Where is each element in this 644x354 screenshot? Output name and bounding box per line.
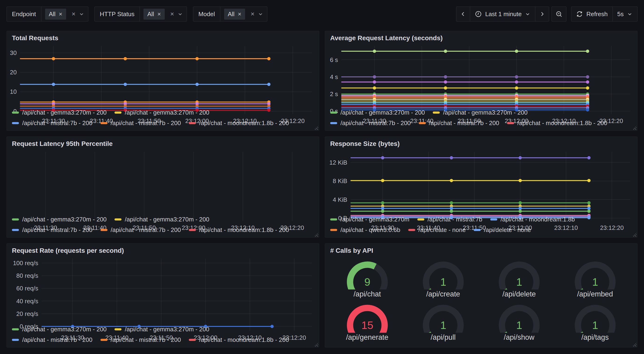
chevron-down-icon[interactable] xyxy=(177,11,183,17)
legend-series-label: /api/chat - mistral:7b - 200 xyxy=(340,120,411,127)
gauge-label: /api/generate xyxy=(346,333,388,341)
remove-tag-icon[interactable]: × xyxy=(157,11,161,17)
panel-title[interactable]: Response Size (bytes) xyxy=(325,137,637,148)
legend-series-swatch xyxy=(114,112,122,114)
gauge-label: /api/tags xyxy=(582,333,609,341)
remove-tag-icon[interactable]: × xyxy=(238,11,242,17)
filter-selected-tag[interactable]: All× xyxy=(224,9,245,20)
time-shift-forward-button[interactable] xyxy=(535,7,549,22)
legend-item[interactable]: /api/chat - mistral:7b - 200 xyxy=(100,120,181,127)
legend-item[interactable]: /api/chat - mistral:7b xyxy=(417,216,482,223)
legend-item[interactable]: /api/chat - mistral:7b - 200 xyxy=(12,226,92,234)
clear-filter-icon[interactable]: × xyxy=(251,11,254,17)
legend-series-swatch xyxy=(100,339,108,341)
legend-item[interactable]: /api/chat - mistral:7b - 200 xyxy=(419,120,499,127)
refresh-icon xyxy=(576,11,583,18)
filter-value-dropdown[interactable]: All×× xyxy=(41,7,88,21)
chevron-right-icon xyxy=(539,11,545,17)
time-range-picker[interactable]: Last 1 minute xyxy=(470,7,535,22)
filter-selected-tag[interactable]: All× xyxy=(45,9,66,20)
svg-text:8 KiB: 8 KiB xyxy=(333,177,347,184)
panel-request-latency-p95: Request Latency 95th Percentile 23:11:30… xyxy=(6,137,319,238)
legend-item[interactable]: /api/chat - moondream:1.8b - 200 xyxy=(189,336,289,343)
legend-item[interactable]: /api/chat - mistral:7b - 200 xyxy=(100,226,181,234)
gauge-label: /api/pull xyxy=(431,333,456,341)
chevron-down-icon[interactable] xyxy=(258,11,263,17)
legend-row: /api/chat - gemma3:270m - 200/api/chat -… xyxy=(12,216,314,223)
gauge-api-pull: 1/api/pull xyxy=(405,300,481,343)
legend-item[interactable]: /api/chat - moondream:1.8b - 200 xyxy=(189,226,289,234)
svg-text:60 req/s: 60 req/s xyxy=(16,285,38,292)
legend-series-label: /api/chat - mistral:7b - 200 xyxy=(111,226,181,234)
legend-series-swatch xyxy=(408,229,415,231)
legend-series-label: /api/chat - moondream:1.8b - 200 xyxy=(199,336,289,343)
legend-item[interactable]: /api/chat - moondream:1.8b - 200 xyxy=(507,120,607,127)
clock-icon xyxy=(475,11,482,18)
panel-title[interactable]: # Calls by API xyxy=(325,244,637,255)
gauge-value: 1 xyxy=(592,276,598,288)
filter-value-dropdown[interactable]: All×× xyxy=(140,7,186,21)
filter-selected-tag[interactable]: All× xyxy=(144,9,164,20)
clear-filter-icon[interactable]: × xyxy=(170,11,174,17)
gauge-label: /api/chat xyxy=(354,290,381,298)
remove-tag-icon[interactable]: × xyxy=(59,11,62,17)
panel-title[interactable]: Total Requests xyxy=(7,31,319,43)
panel-title[interactable]: Average Request Latency (seconds) xyxy=(325,31,637,43)
legend-item[interactable]: /api/create - none xyxy=(408,226,466,234)
legend-item[interactable]: /api/chat - mistral:7b - 200 xyxy=(330,120,411,127)
gauge-api-create: 1/api/create xyxy=(405,257,481,300)
time-shift-back-button[interactable] xyxy=(456,7,470,22)
time-zoom-out-button[interactable] xyxy=(552,7,566,22)
legend-item[interactable]: /api/chat - gemma3:270m - 200 xyxy=(114,216,209,223)
gauge-value: 1 xyxy=(516,319,522,331)
legend-series-label: /api/chat - gemma3:270m - 200 xyxy=(125,109,209,116)
timeseries-chart[interactable]: 23:11:3023:11:4023:11:5023:12:0023:12:10… xyxy=(325,148,637,212)
legend-series-label: /api/chat - mistral:7b - 200 xyxy=(111,120,181,127)
panel-title[interactable]: Request Rate (requests per second) xyxy=(7,244,319,255)
legend-series-swatch xyxy=(114,218,122,220)
legend-item[interactable]: /api/chat - mistral:7b - 200 xyxy=(12,120,92,127)
legend-series-swatch xyxy=(433,112,440,114)
legend-item[interactable]: /api/chat - gemma3:270m - 200 xyxy=(330,109,425,116)
legend-item[interactable]: /api/chat - gemma3:270m - 200 xyxy=(12,326,106,333)
legend-series-label: /api/chat - mistral:7b xyxy=(428,216,482,223)
legend-item[interactable]: /api/chat - gemma3:270m - 200 xyxy=(114,109,209,116)
legend-row: /api/chat - qwen3:0.6b/api/create - none… xyxy=(330,226,632,234)
panel-title[interactable]: Request Latency 95th Percentile xyxy=(7,137,319,148)
panel-response-size: Response Size (bytes) 23:11:3023:11:4023… xyxy=(325,137,638,238)
legend-series-label: /api/chat - gemma3:270m - 200 xyxy=(125,216,209,223)
legend-series-label: /api/chat - gemma3:270m - 200 xyxy=(340,109,425,116)
legend-series-swatch xyxy=(330,218,337,220)
legend-series-swatch xyxy=(330,229,337,231)
clear-filter-icon[interactable]: × xyxy=(72,11,76,17)
legend-item[interactable]: /api/chat - gemma3:270m xyxy=(330,216,410,223)
legend-item[interactable]: /api/chat - gemma3:270m - 200 xyxy=(12,216,106,223)
filter-label: Model xyxy=(193,7,220,21)
legend-item[interactable]: /api/chat - mistral:7b - 200 xyxy=(100,336,181,343)
gauge-api-chat: 9/api/chat xyxy=(329,257,405,300)
legend-series-swatch xyxy=(114,328,122,330)
chevron-down-icon[interactable] xyxy=(79,11,84,17)
gauge-api-embed: 1/api/embed xyxy=(557,257,633,300)
legend-item[interactable]: /api/delete - none xyxy=(474,226,531,234)
legend-series-label: /api/chat - gemma3:270m - 200 xyxy=(22,109,106,116)
legend-row: /api/chat - mistral:7b - 200/api/chat - … xyxy=(12,336,314,343)
legend-item[interactable]: /api/chat - moondream:1.8b - 200 xyxy=(189,120,289,127)
legend-item[interactable]: /api/chat - gemma3:270m - 200 xyxy=(114,326,209,333)
legend-item[interactable]: /api/chat - moondream:1.8b xyxy=(490,216,575,223)
legend-item[interactable]: /api/chat - mistral:7b - 200 xyxy=(12,336,92,343)
timeseries-chart[interactable]: 23:11:3023:11:4023:11:5023:12:0023:12:10… xyxy=(7,43,319,105)
legend-item[interactable]: /api/chat - gemma3:270m - 200 xyxy=(433,109,528,116)
timeseries-chart[interactable]: 23:11:3023:11:4023:11:5023:12:0023:12:10… xyxy=(7,148,319,212)
legend-series-label: /api/chat - gemma3:270m - 200 xyxy=(443,109,528,116)
refresh-group: Refresh 5s xyxy=(571,7,638,22)
timeseries-chart[interactable]: 23:11:3023:11:4023:11:5023:12:0023:12:10… xyxy=(7,255,319,321)
refresh-button[interactable]: Refresh xyxy=(571,7,612,22)
legend-item[interactable]: /api/chat - gemma3:270m - 200 xyxy=(12,109,106,116)
refresh-interval-picker[interactable]: 5s xyxy=(613,7,638,22)
legend-row: /api/chat - gemma3:270m - 200/api/chat -… xyxy=(12,109,314,116)
legend-series-swatch xyxy=(189,339,196,341)
filter-value-dropdown[interactable]: All×× xyxy=(220,7,267,21)
timeseries-chart[interactable]: 23:11:3023:11:4023:11:5023:12:0023:12:10… xyxy=(325,43,637,105)
legend-item[interactable]: /api/chat - qwen3:0.6b xyxy=(330,226,400,234)
